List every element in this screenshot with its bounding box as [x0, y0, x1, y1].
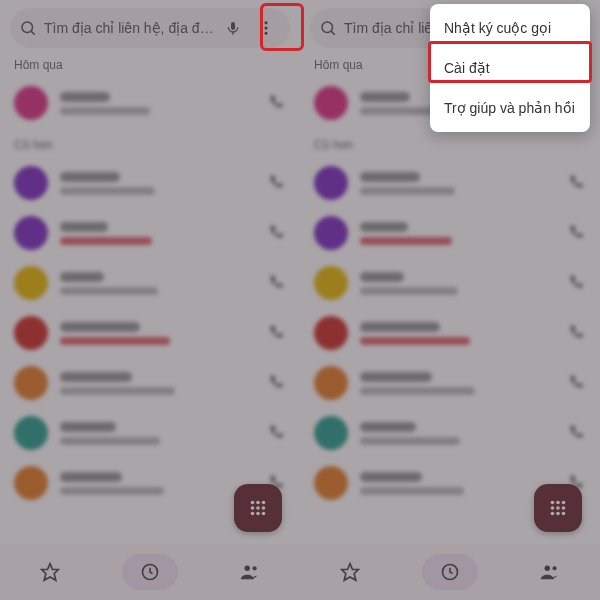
- nav-favorites[interactable]: [322, 554, 378, 590]
- menu-settings[interactable]: Cài đặt: [430, 48, 590, 88]
- dialpad-fab[interactable]: [234, 484, 282, 532]
- svg-point-4: [265, 21, 268, 24]
- list-item[interactable]: [300, 408, 600, 458]
- svg-point-29: [556, 512, 560, 516]
- svg-rect-2: [231, 22, 235, 30]
- nav-recents[interactable]: [122, 554, 178, 590]
- list-item[interactable]: [0, 308, 300, 358]
- svg-point-12: [262, 506, 266, 510]
- list-item[interactable]: [0, 258, 300, 308]
- list-item[interactable]: [0, 158, 300, 208]
- svg-point-20: [322, 22, 333, 33]
- svg-marker-16: [42, 564, 59, 581]
- screen-left: Tìm địa chỉ liên hệ, địa điểm Hôm qua Cũ…: [0, 0, 300, 600]
- svg-point-24: [562, 501, 566, 505]
- svg-point-6: [265, 32, 268, 35]
- svg-point-9: [262, 501, 266, 505]
- search-icon: [318, 18, 338, 38]
- section-yesterday: Hôm qua: [14, 58, 286, 72]
- svg-point-5: [265, 27, 268, 30]
- search-bar[interactable]: Tìm địa chỉ liên hệ, địa điểm: [10, 8, 290, 48]
- svg-point-14: [256, 512, 260, 516]
- svg-point-18: [245, 566, 251, 572]
- nav-contacts[interactable]: [522, 554, 578, 590]
- list-item[interactable]: [300, 158, 600, 208]
- menu-help[interactable]: Trợ giúp và phản hồi: [430, 88, 590, 128]
- section-older: Cũ hơn: [14, 138, 286, 152]
- svg-marker-31: [342, 564, 359, 581]
- svg-point-10: [251, 506, 255, 510]
- nav-recents[interactable]: [422, 554, 478, 590]
- menu-call-history[interactable]: Nhật ký cuộc gọi: [430, 8, 590, 48]
- section-older: Cũ hơn: [314, 138, 586, 152]
- list-item[interactable]: [300, 258, 600, 308]
- svg-point-15: [262, 512, 266, 516]
- svg-line-1: [31, 31, 34, 34]
- call-list: Cũ hơn: [300, 78, 600, 508]
- svg-point-19: [252, 566, 256, 570]
- call-list: Cũ hơn: [0, 78, 300, 508]
- search-placeholder: Tìm địa chỉ liên hệ, địa điểm: [44, 20, 216, 36]
- bottom-nav: [0, 544, 300, 600]
- screen-right: Tìm địa chỉ liên hệ, địa điểm Hôm qua Cũ…: [300, 0, 600, 600]
- dialpad-fab[interactable]: [534, 484, 582, 532]
- svg-point-0: [22, 22, 33, 33]
- svg-point-13: [251, 512, 255, 516]
- nav-favorites[interactable]: [22, 554, 78, 590]
- svg-point-7: [251, 501, 255, 505]
- search-icon: [18, 18, 38, 38]
- bottom-nav: [300, 544, 600, 600]
- nav-contacts[interactable]: [222, 554, 278, 590]
- svg-line-21: [331, 31, 334, 34]
- list-item[interactable]: [0, 208, 300, 258]
- list-item[interactable]: [300, 358, 600, 408]
- svg-point-28: [551, 512, 555, 516]
- svg-point-25: [551, 506, 555, 510]
- svg-point-33: [545, 566, 551, 572]
- svg-point-22: [551, 501, 555, 505]
- svg-point-26: [556, 506, 560, 510]
- svg-point-30: [562, 512, 566, 516]
- mic-icon[interactable]: [222, 17, 244, 39]
- svg-point-23: [556, 501, 560, 505]
- list-item[interactable]: [0, 408, 300, 458]
- svg-point-11: [256, 506, 260, 510]
- more-button[interactable]: [250, 12, 282, 44]
- list-item[interactable]: [0, 358, 300, 408]
- list-item[interactable]: [0, 78, 300, 128]
- svg-point-34: [552, 566, 556, 570]
- list-item[interactable]: [300, 308, 600, 358]
- svg-point-27: [562, 506, 566, 510]
- list-item[interactable]: [300, 208, 600, 258]
- svg-point-8: [256, 501, 260, 505]
- overflow-menu: Nhật ký cuộc gọi Cài đặt Trợ giúp và phả…: [430, 4, 590, 132]
